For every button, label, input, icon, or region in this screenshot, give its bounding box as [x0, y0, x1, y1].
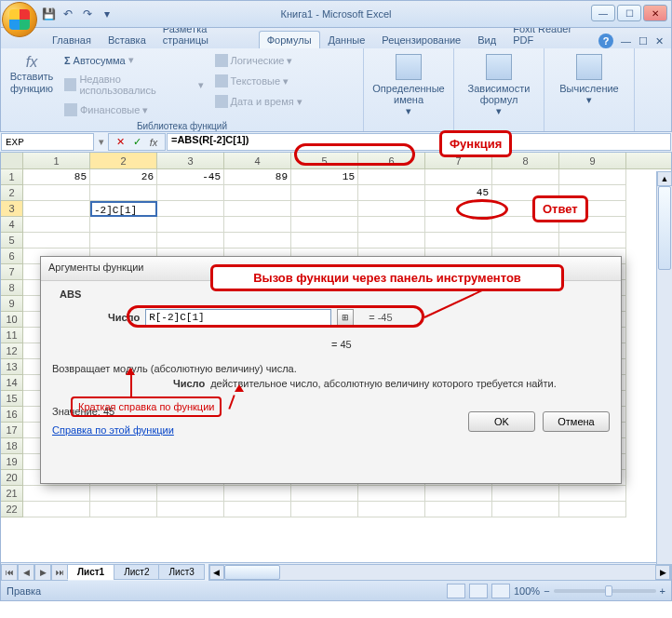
col-header[interactable]: 4 — [224, 153, 291, 168]
qat-undo-icon[interactable]: ↶ — [60, 6, 76, 22]
cell[interactable] — [90, 185, 157, 201]
cell[interactable] — [559, 502, 626, 517]
cell[interactable] — [224, 486, 291, 502]
row-header[interactable]: 17 — [1, 423, 23, 438]
cell[interactable] — [224, 233, 291, 249]
row-header[interactable]: 6 — [1, 249, 23, 264]
cell[interactable]: -2]C[1] — [90, 201, 157, 217]
close-button[interactable]: ✕ — [643, 5, 667, 21]
cell[interactable] — [291, 185, 358, 201]
col-header[interactable]: 9 — [559, 153, 626, 168]
cell[interactable] — [358, 486, 425, 502]
row-header[interactable]: 8 — [1, 280, 23, 296]
cell[interactable] — [224, 201, 291, 217]
cell[interactable] — [23, 486, 90, 502]
cell[interactable]: 89 — [224, 169, 291, 185]
cell[interactable] — [425, 502, 492, 517]
tab-review[interactable]: Рецензирование — [373, 31, 469, 48]
sheet-nav-last-icon[interactable]: ⏭ — [51, 564, 68, 581]
row-header[interactable]: 5 — [1, 233, 23, 249]
ok-button[interactable]: OK — [468, 411, 535, 432]
row-header[interactable]: 20 — [1, 470, 23, 486]
doc-minimize-icon[interactable]: — — [621, 35, 631, 47]
scroll-left-icon[interactable]: ◀ — [209, 565, 224, 580]
tab-view[interactable]: Вид — [469, 31, 504, 48]
row-header[interactable]: 7 — [1, 264, 23, 280]
sheet-tab[interactable]: Лист1 — [67, 564, 114, 580]
row-header[interactable]: 22 — [1, 502, 23, 517]
cell[interactable] — [157, 217, 224, 233]
col-header[interactable]: 2 — [90, 153, 157, 168]
page-layout-view-icon[interactable] — [469, 584, 488, 598]
scroll-thumb[interactable] — [658, 186, 671, 270]
cell[interactable] — [157, 502, 224, 517]
cell[interactable] — [358, 502, 425, 517]
cell[interactable] — [90, 233, 157, 249]
row-header[interactable]: 19 — [1, 454, 23, 470]
insert-function-button[interactable]: fx Вставить функцию — [5, 50, 59, 120]
cell[interactable] — [291, 233, 358, 249]
row-header[interactable]: 1 — [1, 169, 23, 185]
row-header[interactable]: 2 — [1, 185, 23, 201]
cell[interactable] — [23, 185, 90, 201]
cell[interactable] — [559, 169, 626, 185]
cell[interactable] — [559, 486, 626, 502]
cell[interactable] — [492, 169, 559, 185]
zoom-out-icon[interactable]: − — [544, 585, 549, 597]
sheet-nav-first-icon[interactable]: ⏮ — [1, 564, 18, 581]
recently-used-button[interactable]: Недавно использовались ▾ — [60, 72, 208, 98]
tab-insert[interactable]: Вставка — [100, 31, 155, 48]
cancel-formula-icon[interactable]: ✕ — [113, 135, 128, 150]
cell[interactable] — [291, 217, 358, 233]
row-header[interactable]: 11 — [1, 328, 23, 343]
cell[interactable] — [23, 502, 90, 517]
cell[interactable] — [224, 185, 291, 201]
cell[interactable] — [90, 486, 157, 502]
office-button[interactable] — [2, 2, 37, 37]
cell[interactable] — [23, 217, 90, 233]
doc-close-icon[interactable]: ✕ — [655, 35, 664, 47]
row-header[interactable]: 10 — [1, 312, 23, 328]
row-header[interactable]: 12 — [1, 343, 23, 359]
cell[interactable] — [224, 502, 291, 517]
row-header[interactable]: 18 — [1, 438, 23, 454]
row-header[interactable]: 21 — [1, 486, 23, 502]
cell[interactable] — [23, 233, 90, 249]
defined-names-button[interactable]: Определенные имена ▾ — [368, 50, 450, 117]
name-box-dropdown-icon[interactable]: ▾ — [95, 132, 108, 152]
logical-button[interactable]: Логические ▾ — [211, 52, 297, 69]
cell[interactable] — [157, 233, 224, 249]
row-header[interactable]: 4 — [1, 217, 23, 233]
cell[interactable] — [492, 486, 559, 502]
insert-fx-icon[interactable]: fx — [146, 135, 161, 150]
cell[interactable] — [492, 502, 559, 517]
cell[interactable]: 15 — [291, 169, 358, 185]
sheet-nav-prev-icon[interactable]: ◀ — [18, 564, 34, 581]
cell[interactable] — [358, 217, 425, 233]
formula-input[interactable]: =ABS(R[-2]C[1]) — [167, 133, 671, 151]
cell[interactable] — [559, 233, 626, 249]
cell[interactable] — [492, 233, 559, 249]
cell[interactable] — [358, 201, 425, 217]
cancel-button[interactable]: Отмена — [543, 411, 610, 432]
autosum-button[interactable]: ΣАвтосумма ▾ — [60, 52, 138, 68]
horizontal-scrollbar[interactable]: ◀ ▶ — [208, 564, 671, 581]
cell[interactable] — [358, 233, 425, 249]
datetime-button[interactable]: Дата и время ▾ — [211, 93, 306, 110]
financial-button[interactable]: Финансовые ▾ — [60, 101, 152, 118]
cell[interactable] — [291, 201, 358, 217]
cell[interactable] — [157, 185, 224, 201]
scroll-right-icon[interactable]: ▶ — [655, 565, 670, 580]
zoom-slider[interactable] — [554, 589, 656, 593]
cell[interactable]: -45 — [157, 169, 224, 185]
enter-formula-icon[interactable]: ✓ — [129, 135, 144, 150]
row-header[interactable]: 13 — [1, 359, 23, 375]
row-header[interactable]: 14 — [1, 375, 23, 391]
zoom-in-icon[interactable]: + — [660, 585, 665, 597]
row-header[interactable]: 15 — [1, 391, 23, 407]
cell[interactable] — [90, 502, 157, 517]
col-header[interactable]: 1 — [23, 153, 90, 168]
help-link[interactable]: Справка по этой функции — [52, 424, 174, 436]
scroll-up-icon[interactable]: ▲ — [657, 171, 672, 186]
row-header[interactable]: 9 — [1, 296, 23, 312]
